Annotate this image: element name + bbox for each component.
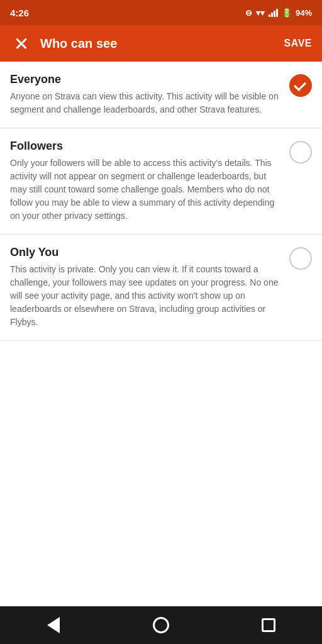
option-everyone-content: Everyone Anyone on Strava can view this … (10, 73, 282, 116)
home-icon (153, 617, 169, 633)
page-title: Who can see (40, 36, 284, 51)
option-only-you-content: Only You This activity is private. Only … (10, 246, 282, 329)
save-button[interactable]: SAVE (284, 38, 312, 49)
navigation-bar (0, 606, 322, 644)
nav-home-button[interactable] (145, 609, 177, 641)
option-followers-title: Followers (10, 140, 282, 153)
option-everyone-description: Anyone on Strava can view this activity.… (10, 90, 282, 116)
back-icon (47, 617, 60, 633)
nav-recents-button[interactable] (253, 609, 284, 641)
option-followers[interactable]: Followers Only your followers will be ab… (0, 128, 322, 235)
status-icons: ⊖ ▾▾ 🔋 94% (245, 8, 312, 18)
option-everyone-radio[interactable] (289, 74, 312, 97)
option-only-you[interactable]: Only You This activity is private. Only … (0, 235, 322, 341)
option-only-you-description: This activity is private. Only you can v… (10, 263, 282, 329)
option-followers-content: Followers Only your followers will be ab… (10, 140, 282, 223)
option-followers-radio[interactable] (289, 141, 312, 164)
battery-icon: 🔋 (282, 8, 292, 18)
status-time: 4:26 (10, 8, 29, 18)
wifi-icon: ▾▾ (256, 8, 265, 18)
minus-circle-icon: ⊖ (245, 8, 252, 18)
battery-percent: 94% (296, 8, 312, 18)
option-everyone-title: Everyone (10, 73, 282, 86)
close-button[interactable] (10, 32, 33, 55)
recents-icon (262, 618, 275, 632)
status-bar: 4:26 ⊖ ▾▾ 🔋 94% (0, 0, 322, 25)
close-icon (14, 36, 28, 50)
option-only-you-title: Only You (10, 246, 282, 259)
header: Who can see SAVE (0, 25, 322, 62)
option-everyone[interactable]: Everyone Anyone on Strava can view this … (0, 62, 322, 128)
nav-back-button[interactable] (38, 609, 69, 641)
option-only-you-radio[interactable] (289, 247, 312, 270)
options-list: Everyone Anyone on Strava can view this … (0, 62, 322, 606)
option-followers-description: Only your followers will be able to acce… (10, 157, 282, 223)
signal-icon (269, 8, 278, 17)
